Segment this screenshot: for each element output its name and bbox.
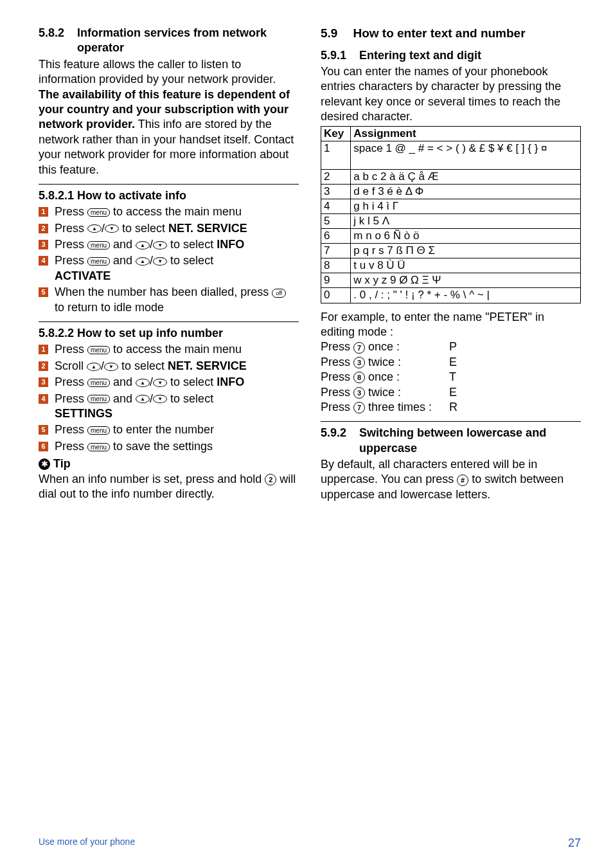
up-key-icon: ▲: [136, 241, 150, 249]
table-row: 6m n o 6 Ñ ò ö: [321, 229, 581, 244]
key-3-icon: 3: [353, 357, 365, 368]
paragraph: This feature allows the caller to listen…: [39, 57, 299, 177]
table-row: 0. 0 , / : ; " ' ! ¡ ? * + - % \ ^ ~ |: [321, 288, 581, 303]
divider: [39, 184, 299, 185]
menu-key-icon: menu: [87, 426, 110, 435]
up-key-icon: ▲: [136, 395, 150, 403]
heading-5-8-2: 5.8.2 Information services from network …: [39, 26, 299, 56]
heading-title: How to enter text and number: [353, 26, 525, 42]
example-row: Press 7 once : P: [321, 339, 581, 354]
heading-number: 5.8.2: [39, 26, 64, 56]
table-row: 3d e f 3 é è Δ Φ: [321, 184, 581, 199]
menu-key-icon: menu: [87, 379, 110, 387]
key-7-icon: 7: [353, 342, 365, 354]
step-badge: 5: [39, 425, 48, 435]
down-key-icon: ▼: [153, 395, 167, 403]
step-2b: 2 Scroll ▲/▼ to select NET. SERVICE: [39, 359, 299, 374]
menu-key-icon: menu: [87, 257, 110, 266]
key-8-icon: 8: [353, 372, 365, 383]
table-row: 9w x y z 9 Ø Ω Ξ Ψ: [321, 273, 581, 288]
heading-title: Entering text and digit: [359, 48, 481, 63]
page-number: 27: [568, 836, 581, 850]
heading-5-9-1: 5.9.1 Entering text and digit: [321, 48, 581, 63]
step-4b: 4 Press menu and ▲/▼ to select SETTINGS: [39, 392, 299, 422]
heading-number: 5.9: [321, 26, 337, 42]
step-badge: 1: [39, 207, 48, 217]
up-key-icon: ▲: [87, 363, 101, 371]
step-1: 1 Press menu to access the main menu: [39, 204, 299, 219]
character-table: Key Assignment 1space 1 @ _ # = < > ( ) …: [321, 126, 581, 303]
example-row: Press 8 once : T: [321, 370, 581, 384]
tip-heading: ✱ Tip: [39, 457, 299, 471]
step-badge: 1: [39, 345, 48, 354]
tip-icon: ✱: [39, 458, 50, 470]
up-key-icon: ▲: [136, 379, 150, 387]
step-badge: 2: [39, 361, 48, 371]
heading-number: 5.9.2: [321, 426, 346, 456]
table-row: 4g h i 4 ì Γ: [321, 199, 581, 213]
step-5b: 5 Press menu to enter the number: [39, 422, 299, 437]
step-badge: 5: [39, 287, 48, 297]
menu-key-icon: menu: [87, 443, 110, 451]
heading-number: 5.9.1: [321, 48, 346, 63]
table-row: 2a b c 2 à ä Ç å Æ: [321, 169, 581, 184]
heading-5-9-2: 5.9.2 Switching between lowercase and up…: [321, 426, 581, 456]
example-row: Press 3 twice : E: [321, 355, 581, 370]
step-6b: 6 Press menu to save the settings: [39, 439, 299, 454]
col-assignment: Assignment: [351, 126, 581, 141]
step-4: 4 Press menu and ▲/▼ to select ACTIVATE: [39, 253, 299, 284]
down-key-icon: ▼: [153, 257, 167, 266]
table-row: 1space 1 @ _ # = < > ( ) & £ $ ¥ € [ ] {…: [321, 141, 581, 169]
heading-5-9: 5.9 How to enter text and number: [321, 26, 581, 42]
tip-paragraph: When an info number is set, press and ho…: [39, 472, 299, 502]
step-badge: 4: [39, 256, 48, 266]
table-row: 7p q r s 7 ß Π Θ Σ: [321, 244, 581, 258]
menu-key-icon: menu: [87, 241, 110, 249]
key-2-icon: 2: [265, 474, 276, 485]
step-5: 5 When the number has been dialled, pres…: [39, 285, 299, 315]
step-badge: 6: [39, 442, 48, 451]
menu-key-icon: menu: [87, 395, 110, 403]
step-badge: 4: [39, 394, 48, 404]
paragraph: You can enter the names of your phoneboo…: [321, 64, 581, 125]
down-key-icon: ▼: [104, 363, 118, 371]
table-row: 5j k l 5 Λ: [321, 214, 581, 229]
heading-title: Switching between lowercase and uppercas…: [359, 426, 581, 456]
left-column: 5.8.2 Information services from network …: [39, 26, 299, 502]
footer-section: Use more of your phone: [39, 836, 135, 850]
example-row: Press 3 twice : E: [321, 385, 581, 400]
step-3: 3 Press menu and ▲/▼ to select INFO: [39, 237, 299, 252]
page-footer: Use more of your phone 27: [39, 836, 581, 850]
menu-key-icon: menu: [87, 208, 110, 217]
down-key-icon: ▼: [105, 224, 119, 233]
step-1b: 1 Press menu to access the main menu: [39, 342, 299, 357]
col-key: Key: [321, 126, 351, 141]
key-hash-icon: #: [457, 475, 468, 486]
up-key-icon: ▲: [87, 224, 102, 233]
down-key-icon: ▼: [153, 241, 167, 249]
step-3b: 3 Press menu and ▲/▼ to select INFO: [39, 375, 299, 390]
example-row: Press 7 three times : R: [321, 400, 581, 415]
table-row: 8t u v 8 Ù Ü: [321, 258, 581, 273]
menu-key-icon: menu: [87, 346, 110, 354]
divider: [321, 421, 581, 422]
step-badge: 3: [39, 377, 48, 387]
step-badge: 2: [39, 224, 48, 233]
step-2: 2 Press ▲/▼ to select NET. SERVICE: [39, 221, 299, 236]
heading-5-8-2-1: 5.8.2.1 How to activate info: [39, 188, 299, 203]
key-7-icon: 7: [353, 402, 365, 413]
example-intro: For example, to enter the name "PETER" i…: [321, 310, 581, 340]
heading-title: Information services from network operat…: [77, 26, 299, 56]
divider: [39, 321, 299, 322]
key-3-icon: 3: [353, 387, 365, 399]
down-key-icon: ▼: [153, 379, 167, 387]
up-key-icon: ▲: [136, 257, 150, 266]
paragraph: By default, all characters entered will …: [321, 457, 581, 502]
heading-5-8-2-2: 5.8.2.2 How to set up info number: [39, 326, 299, 341]
right-column: 5.9 How to enter text and number 5.9.1 E…: [321, 26, 581, 502]
step-badge: 3: [39, 240, 48, 249]
off-key-icon: off: [272, 289, 286, 298]
